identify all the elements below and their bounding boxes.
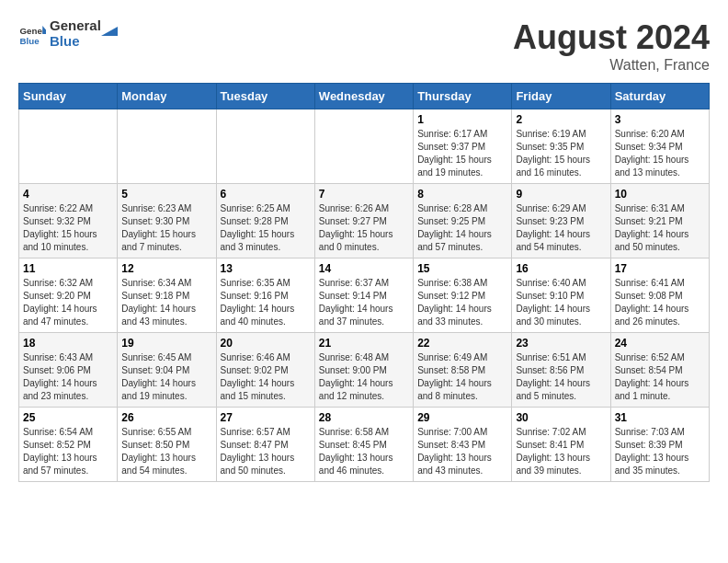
- day-number: 13: [221, 262, 311, 275]
- logo: General Blue General Blue: [18, 18, 118, 49]
- day-info: Sunrise: 7:02 AM Sunset: 8:41 PM Dayligh…: [516, 426, 606, 477]
- day-info: Sunrise: 6:40 AM Sunset: 9:10 PM Dayligh…: [516, 277, 606, 328]
- svg-text:Blue: Blue: [20, 35, 40, 45]
- day-info: Sunrise: 6:28 AM Sunset: 9:25 PM Dayligh…: [417, 202, 507, 254]
- calendar-day-cell: 22Sunrise: 6:49 AM Sunset: 8:58 PM Dayli…: [414, 333, 512, 408]
- day-number: 17: [615, 262, 705, 275]
- day-number: 25: [23, 411, 113, 424]
- day-number: 23: [516, 337, 606, 350]
- calendar-day-cell: 5Sunrise: 6:23 AM Sunset: 9:30 PM Daylig…: [118, 184, 216, 259]
- day-info: Sunrise: 6:20 AM Sunset: 9:34 PM Dayligh…: [615, 128, 705, 179]
- day-info: Sunrise: 6:29 AM Sunset: 9:23 PM Dayligh…: [516, 202, 606, 254]
- svg-text:General: General: [20, 26, 47, 36]
- day-number: 21: [319, 337, 409, 350]
- calendar-table: Sunday Monday Tuesday Wednesday Thursday…: [18, 83, 710, 482]
- day-number: 12: [121, 262, 211, 275]
- col-thursday: Thursday: [414, 84, 512, 109]
- calendar-day-cell: 15Sunrise: 6:38 AM Sunset: 9:12 PM Dayli…: [414, 259, 512, 333]
- logo-arrow-icon: [97, 19, 118, 40]
- day-info: Sunrise: 6:32 AM Sunset: 9:20 PM Dayligh…: [23, 277, 113, 328]
- day-info: Sunrise: 6:58 AM Sunset: 8:45 PM Dayligh…: [319, 426, 409, 477]
- day-info: Sunrise: 7:03 AM Sunset: 8:39 PM Dayligh…: [615, 426, 705, 477]
- calendar-day-cell: 24Sunrise: 6:52 AM Sunset: 8:54 PM Dayli…: [610, 333, 709, 408]
- calendar-week-row: 25Sunrise: 6:54 AM Sunset: 8:52 PM Dayli…: [19, 408, 710, 482]
- day-info: Sunrise: 6:23 AM Sunset: 9:30 PM Dayligh…: [121, 202, 211, 254]
- day-info: Sunrise: 7:00 AM Sunset: 8:43 PM Dayligh…: [417, 426, 507, 477]
- day-info: Sunrise: 6:45 AM Sunset: 9:04 PM Dayligh…: [121, 351, 211, 403]
- calendar-week-row: 11Sunrise: 6:32 AM Sunset: 9:20 PM Dayli…: [19, 259, 710, 333]
- day-number: 24: [615, 337, 705, 350]
- day-info: Sunrise: 6:55 AM Sunset: 8:50 PM Dayligh…: [121, 426, 211, 477]
- day-number: 14: [319, 262, 409, 275]
- calendar-day-cell: 7Sunrise: 6:26 AM Sunset: 9:27 PM Daylig…: [314, 184, 413, 259]
- calendar-week-row: 1Sunrise: 6:17 AM Sunset: 9:37 PM Daylig…: [19, 109, 710, 184]
- calendar-day-cell: 1Sunrise: 6:17 AM Sunset: 9:37 PM Daylig…: [414, 109, 512, 184]
- day-number: 1: [417, 113, 507, 126]
- calendar-day-cell: 10Sunrise: 6:31 AM Sunset: 9:21 PM Dayli…: [610, 184, 709, 259]
- calendar-week-row: 18Sunrise: 6:43 AM Sunset: 9:06 PM Dayli…: [19, 333, 710, 408]
- calendar-day-cell: 14Sunrise: 6:37 AM Sunset: 9:14 PM Dayli…: [314, 259, 413, 333]
- day-number: 8: [417, 188, 507, 201]
- day-info: Sunrise: 6:37 AM Sunset: 9:14 PM Dayligh…: [319, 277, 409, 328]
- day-number: 7: [319, 188, 409, 201]
- col-saturday: Saturday: [610, 84, 709, 109]
- day-info: Sunrise: 6:41 AM Sunset: 9:08 PM Dayligh…: [615, 277, 705, 328]
- col-friday: Friday: [512, 84, 610, 109]
- day-info: Sunrise: 6:19 AM Sunset: 9:35 PM Dayligh…: [516, 128, 606, 179]
- day-info: Sunrise: 6:46 AM Sunset: 9:02 PM Dayligh…: [221, 351, 311, 403]
- location-subtitle: Watten, France: [513, 57, 710, 74]
- calendar-week-row: 4Sunrise: 6:22 AM Sunset: 9:32 PM Daylig…: [19, 184, 710, 259]
- calendar-day-cell: 3Sunrise: 6:20 AM Sunset: 9:34 PM Daylig…: [610, 109, 709, 184]
- day-info: Sunrise: 6:52 AM Sunset: 8:54 PM Dayligh…: [615, 351, 705, 403]
- day-info: Sunrise: 6:43 AM Sunset: 9:06 PM Dayligh…: [23, 351, 113, 403]
- page-header: General Blue General Blue August 2024 Wa…: [18, 18, 710, 74]
- calendar-day-cell: 13Sunrise: 6:35 AM Sunset: 9:16 PM Dayli…: [216, 259, 314, 333]
- calendar-day-cell: [314, 109, 413, 184]
- day-info: Sunrise: 6:34 AM Sunset: 9:18 PM Dayligh…: [121, 277, 211, 328]
- title-block: August 2024 Watten, France: [513, 18, 710, 74]
- calendar-day-cell: [118, 109, 216, 184]
- calendar-day-cell: 2Sunrise: 6:19 AM Sunset: 9:35 PM Daylig…: [512, 109, 610, 184]
- calendar-day-cell: [216, 109, 314, 184]
- calendar-day-cell: 31Sunrise: 7:03 AM Sunset: 8:39 PM Dayli…: [610, 408, 709, 482]
- day-info: Sunrise: 6:48 AM Sunset: 9:00 PM Dayligh…: [319, 351, 409, 403]
- day-info: Sunrise: 6:26 AM Sunset: 9:27 PM Dayligh…: [319, 202, 409, 254]
- day-info: Sunrise: 6:51 AM Sunset: 8:56 PM Dayligh…: [516, 351, 606, 403]
- calendar-day-cell: 26Sunrise: 6:55 AM Sunset: 8:50 PM Dayli…: [118, 408, 216, 482]
- day-number: 15: [417, 262, 507, 275]
- day-info: Sunrise: 6:17 AM Sunset: 9:37 PM Dayligh…: [417, 128, 507, 179]
- day-info: Sunrise: 6:49 AM Sunset: 8:58 PM Dayligh…: [417, 351, 507, 403]
- calendar-day-cell: 17Sunrise: 6:41 AM Sunset: 9:08 PM Dayli…: [610, 259, 709, 333]
- calendar-day-cell: 29Sunrise: 7:00 AM Sunset: 8:43 PM Dayli…: [414, 408, 512, 482]
- day-number: 4: [23, 188, 113, 201]
- day-number: 28: [319, 411, 409, 424]
- day-info: Sunrise: 6:31 AM Sunset: 9:21 PM Dayligh…: [615, 202, 705, 254]
- day-info: Sunrise: 6:38 AM Sunset: 9:12 PM Dayligh…: [417, 277, 507, 328]
- col-monday: Monday: [118, 84, 216, 109]
- day-info: Sunrise: 6:54 AM Sunset: 8:52 PM Dayligh…: [23, 426, 113, 477]
- logo-icon: General Blue: [18, 20, 46, 48]
- day-number: 18: [23, 337, 113, 350]
- day-number: 20: [221, 337, 311, 350]
- day-number: 9: [516, 188, 606, 201]
- day-number: 6: [221, 188, 311, 201]
- day-number: 19: [121, 337, 211, 350]
- calendar-day-cell: 4Sunrise: 6:22 AM Sunset: 9:32 PM Daylig…: [19, 184, 118, 259]
- calendar-day-cell: [19, 109, 118, 184]
- day-number: 2: [516, 113, 606, 126]
- day-info: Sunrise: 6:35 AM Sunset: 9:16 PM Dayligh…: [221, 277, 311, 328]
- day-number: 16: [516, 262, 606, 275]
- calendar-day-cell: 30Sunrise: 7:02 AM Sunset: 8:41 PM Dayli…: [512, 408, 610, 482]
- day-number: 22: [417, 337, 507, 350]
- svg-marker-3: [101, 27, 118, 36]
- calendar-day-cell: 12Sunrise: 6:34 AM Sunset: 9:18 PM Dayli…: [118, 259, 216, 333]
- day-number: 26: [121, 411, 211, 424]
- calendar-day-cell: 9Sunrise: 6:29 AM Sunset: 9:23 PM Daylig…: [512, 184, 610, 259]
- month-year-title: August 2024: [513, 18, 710, 57]
- calendar-day-cell: 18Sunrise: 6:43 AM Sunset: 9:06 PM Dayli…: [19, 333, 118, 408]
- day-number: 5: [121, 188, 211, 201]
- calendar-day-cell: 11Sunrise: 6:32 AM Sunset: 9:20 PM Dayli…: [19, 259, 118, 333]
- calendar-day-cell: 8Sunrise: 6:28 AM Sunset: 9:25 PM Daylig…: [414, 184, 512, 259]
- calendar-day-cell: 25Sunrise: 6:54 AM Sunset: 8:52 PM Dayli…: [19, 408, 118, 482]
- calendar-day-cell: 21Sunrise: 6:48 AM Sunset: 9:00 PM Dayli…: [314, 333, 413, 408]
